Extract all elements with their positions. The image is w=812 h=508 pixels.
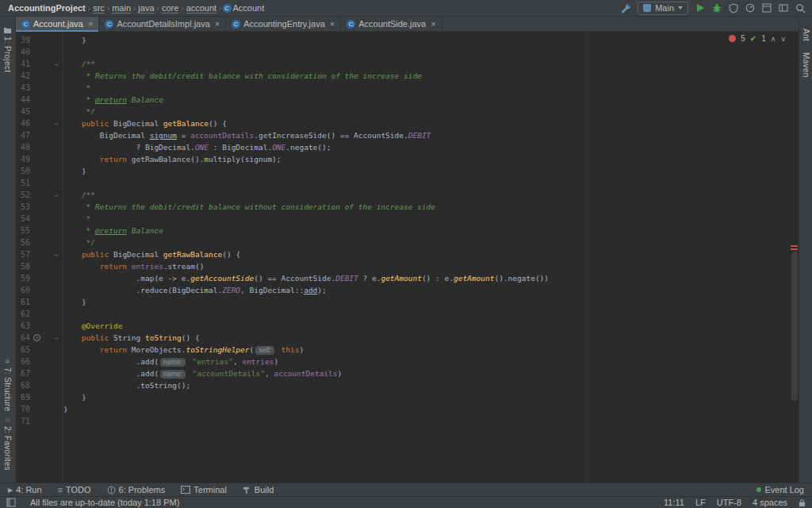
tool-window-button-problems[interactable]: 6: Problems	[107, 485, 166, 495]
gutter-line[interactable]: 49	[17, 153, 63, 165]
gutter-line[interactable]: 40	[17, 46, 63, 58]
gutter-line[interactable]: 45	[17, 106, 63, 117]
gutter-line[interactable]: 42	[17, 70, 63, 82]
code-line[interactable]: public BigDecimal getBalance() {	[63, 117, 799, 129]
gutter-line[interactable]: 43	[17, 82, 63, 94]
code-line[interactable]: * @return Balance	[63, 225, 799, 237]
code-line[interactable]: BigDecimal signum = accountDetails.getIn…	[63, 129, 799, 141]
code-line[interactable]: * Returns the debit/credit balance with …	[63, 70, 799, 82]
breadcrumb-account-pkg[interactable]: account	[185, 3, 219, 13]
fold-icon[interactable]: −	[50, 191, 63, 199]
gutter-line[interactable]: 63	[17, 320, 63, 332]
breadcrumb-java[interactable]: java	[136, 3, 155, 13]
gutter-line[interactable]: 51	[17, 177, 63, 189]
tool-window-button-project[interactable]: 1: Project	[3, 26, 12, 72]
code-line[interactable]: .add(name: "entries", entries)	[63, 356, 799, 368]
code-line[interactable]: * @return Balance	[63, 94, 799, 106]
build-project-button[interactable]	[620, 3, 630, 13]
code-line[interactable]: }	[63, 296, 799, 308]
code-line[interactable]: */	[63, 106, 799, 117]
gutter-line[interactable]: 68	[17, 379, 63, 391]
editor-code[interactable]: } /** * Returns the debit/credit balance…	[63, 32, 799, 483]
code-line[interactable]	[63, 46, 799, 58]
event-log-button[interactable]: Event Log	[756, 485, 804, 495]
encoding-indicator[interactable]: UTF-8	[717, 498, 741, 507]
code-line[interactable]: ? BigDecimal.ONE : BigDecimal.ONE.negate…	[63, 141, 799, 153]
caret-position[interactable]: 11:11	[664, 498, 684, 507]
breadcrumb-main[interactable]: main	[110, 3, 132, 13]
next-problem-button[interactable]: ∨	[780, 35, 786, 43]
error-stripe-mark[interactable]	[791, 248, 798, 250]
fold-icon[interactable]: −	[50, 120, 63, 128]
gutter-line[interactable]: 46−	[17, 117, 63, 129]
tool-window-button-maven[interactable]: Maven	[802, 52, 810, 78]
run-configuration-select[interactable]: Main	[638, 2, 688, 15]
code-line[interactable]: .map(e -> e.getAccountSide() == AccountS…	[63, 272, 799, 284]
code-line[interactable]: }	[63, 391, 799, 403]
code-line[interactable]: }	[63, 34, 799, 46]
code-line[interactable]: @Override	[63, 320, 799, 332]
gutter-line[interactable]: 44	[17, 94, 63, 106]
readonly-toggle-button[interactable]	[799, 498, 806, 507]
search-everywhere-button[interactable]	[795, 3, 806, 13]
run-button[interactable]	[695, 3, 705, 13]
code-line[interactable]: return getRawBalance().multiply(signum);	[63, 153, 799, 165]
tool-window-button-favorites[interactable]: ☆ 2: Favorites	[3, 417, 12, 471]
code-line[interactable]: */	[63, 237, 799, 248]
breadcrumb-src[interactable]: src	[91, 3, 106, 13]
close-icon[interactable]: ×	[215, 19, 220, 29]
gutter-line[interactable]: 50	[17, 165, 63, 177]
inspections-widget[interactable]: 5 ✔ 1 ∧ ∨	[729, 34, 786, 43]
gutter-line[interactable]: 41−	[17, 58, 63, 70]
code-line[interactable]: *	[63, 82, 799, 94]
gutter-line[interactable]: 58	[17, 260, 63, 272]
gutter-line[interactable]: 64↑−	[17, 332, 63, 344]
code-line[interactable]: }	[63, 403, 799, 415]
tab-accountingentry-java[interactable]: C AccountingEntry.java ×	[226, 17, 341, 31]
breadcrumb-class[interactable]: Account	[232, 3, 266, 13]
code-line[interactable]: /**	[63, 189, 799, 201]
gutter-line[interactable]: 67	[17, 368, 63, 379]
coverage-button[interactable]	[729, 3, 738, 13]
code-line[interactable]: /**	[63, 58, 799, 70]
gutter-line[interactable]: 57−	[17, 248, 63, 260]
gutter-line[interactable]: 54	[17, 213, 63, 225]
tab-account-java[interactable]: C Account.java ×	[16, 17, 99, 31]
error-stripe-mark[interactable]	[791, 245, 798, 247]
gutter-line[interactable]: 48	[17, 141, 63, 153]
gutter-line[interactable]: 65	[17, 344, 63, 356]
code-line[interactable]	[63, 308, 799, 320]
close-icon[interactable]: ×	[88, 19, 93, 29]
code-line[interactable]: .toString();	[63, 379, 799, 391]
tool-window-button-ant[interactable]: Ant	[802, 29, 810, 41]
fold-icon[interactable]: −	[50, 251, 63, 259]
code-line[interactable]: * Returns the debit/credit balance witho…	[63, 201, 799, 213]
profiler-button[interactable]	[745, 3, 755, 13]
code-line[interactable]: *	[63, 213, 799, 225]
gutter-line[interactable]: 71	[17, 415, 63, 427]
gutter-line[interactable]: 60	[17, 284, 63, 296]
gutter-line[interactable]: 59	[17, 272, 63, 284]
tool-window-button-structure[interactable]: ≡ 7: Structure	[3, 358, 12, 411]
gutter-line[interactable]: 61	[17, 296, 63, 308]
override-icon[interactable]: ↑	[33, 334, 40, 341]
code-line[interactable]: return MoreObjects.toStringHelper(self: …	[63, 344, 799, 356]
prev-problem-button[interactable]: ∧	[771, 35, 776, 43]
layout-button[interactable]	[762, 3, 772, 13]
gutter-line[interactable]: 53	[17, 201, 63, 213]
code-line[interactable]: .add(name: "accountDetails", accountDeta…	[63, 368, 799, 379]
gutter-line[interactable]: 39	[17, 34, 63, 46]
line-separator-indicator[interactable]: LF	[695, 498, 706, 507]
code-line[interactable]: public String toString() {	[63, 332, 799, 344]
close-icon[interactable]: ×	[330, 19, 335, 29]
window-button[interactable]	[779, 3, 788, 13]
tab-accountdetailsimpl-java[interactable]: C AccountDetailsImpl.java ×	[99, 17, 226, 31]
debug-button[interactable]	[712, 3, 722, 13]
code-line[interactable]: return entries.stream()	[63, 260, 799, 272]
indent-indicator[interactable]: 4 spaces	[753, 498, 787, 507]
code-line[interactable]	[63, 415, 799, 427]
tool-window-switcher-button[interactable]	[6, 498, 16, 507]
breadcrumb-project[interactable]: AccountingProject	[6, 3, 87, 13]
code-line[interactable]: .reduce(BigDecimal.ZERO, BigDecimal::add…	[63, 284, 799, 296]
fold-icon[interactable]: −	[50, 60, 63, 68]
